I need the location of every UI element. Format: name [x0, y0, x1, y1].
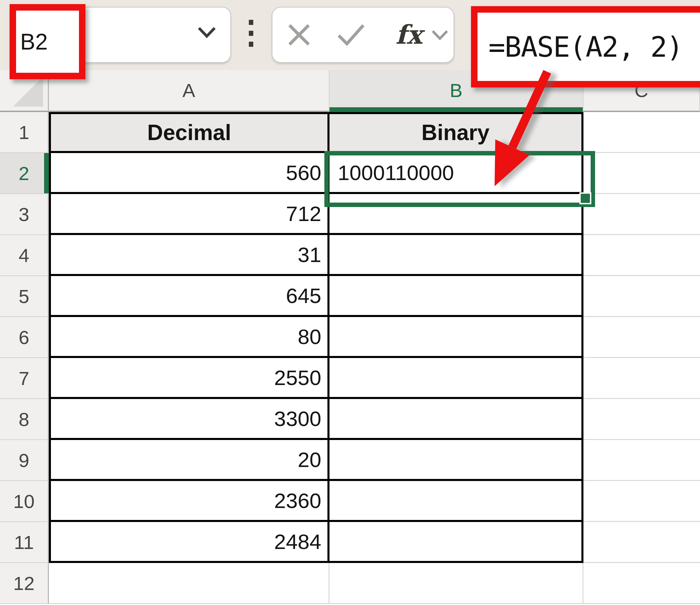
cell-reference[interactable]: B2	[20, 29, 48, 55]
name-box-chevron-down-icon[interactable]	[197, 25, 217, 39]
cell-C6[interactable]	[583, 317, 700, 358]
cell-C5[interactable]	[583, 276, 700, 317]
formula-highlight-box: =BASE(A2, 2)	[471, 6, 700, 87]
column-header-a[interactable]: A	[49, 70, 329, 112]
cell-A10[interactable]: 2360	[49, 481, 329, 522]
cell-C11[interactable]	[583, 522, 700, 563]
cell-B6[interactable]	[329, 317, 583, 358]
row-header-2[interactable]: 2	[0, 153, 49, 194]
row-header-7[interactable]: 7	[0, 358, 49, 399]
cell-B3[interactable]	[329, 194, 583, 235]
cell-B1[interactable]: Binary	[329, 112, 583, 153]
row-header-10[interactable]: 10	[0, 481, 49, 522]
cell-C10[interactable]	[583, 481, 700, 522]
formula-bar-drag-handle-icon[interactable]	[249, 20, 253, 47]
fill-handle[interactable]	[581, 194, 590, 203]
row-header-5[interactable]: 5	[0, 276, 49, 317]
cell-C7[interactable]	[583, 358, 700, 399]
row-header-8[interactable]: 8	[0, 399, 49, 440]
cell-C2[interactable]	[583, 153, 700, 194]
cell-B12[interactable]	[329, 563, 583, 604]
cell-A3[interactable]: 712	[49, 194, 329, 235]
cell-A5[interactable]: 645	[49, 276, 329, 317]
cell-B9[interactable]	[329, 440, 583, 481]
cell-C8[interactable]	[583, 399, 700, 440]
cell-B11[interactable]	[329, 522, 583, 563]
row-header-3[interactable]: 3	[0, 194, 49, 235]
cell-B2[interactable]: 1000110000	[329, 153, 583, 194]
cell-A11[interactable]: 2484	[49, 522, 329, 563]
cell-A9[interactable]: 20	[49, 440, 329, 481]
row-header-6[interactable]: 6	[0, 317, 49, 358]
cell-C4[interactable]	[583, 235, 700, 276]
cell-C1[interactable]	[583, 112, 700, 153]
enter-check-icon[interactable]	[337, 23, 365, 47]
row-header-11[interactable]: 11	[0, 522, 49, 563]
formula-input[interactable]: =BASE(A2, 2)	[488, 31, 683, 63]
cell-B7[interactable]	[329, 358, 583, 399]
cell-A12[interactable]	[49, 563, 329, 604]
cell-C3[interactable]	[583, 194, 700, 235]
cell-C12[interactable]	[583, 563, 700, 604]
spreadsheet-grid: A B C 1 Decimal Binary 2 560 1000110000 …	[0, 70, 700, 604]
cell-A1[interactable]: Decimal	[49, 112, 329, 153]
cell-reference-highlight-box: B2	[10, 4, 85, 79]
excel-window: B2 fx =BASE(A2, 2) A B	[0, 0, 700, 605]
cell-B4[interactable]	[329, 235, 583, 276]
row-header-12[interactable]: 12	[0, 563, 49, 604]
row-header-1[interactable]: 1	[0, 112, 49, 153]
cell-A8[interactable]: 3300	[49, 399, 329, 440]
select-all-triangle-icon	[13, 77, 43, 107]
cell-B10[interactable]	[329, 481, 583, 522]
fx-chevron-down-icon[interactable]	[431, 29, 449, 41]
cell-B5[interactable]	[329, 276, 583, 317]
row-header-9[interactable]: 9	[0, 440, 49, 481]
formula-toolbar: fx	[272, 7, 454, 63]
cell-A2[interactable]: 560	[49, 153, 329, 194]
insert-function-fx-icon[interactable]: fx	[395, 22, 422, 48]
cell-A6[interactable]: 80	[49, 317, 329, 358]
cell-A4[interactable]: 31	[49, 235, 329, 276]
cancel-icon[interactable]	[287, 23, 311, 47]
cell-A7[interactable]: 2550	[49, 358, 329, 399]
cell-B8[interactable]	[329, 399, 583, 440]
cell-C9[interactable]	[583, 440, 700, 481]
row-header-4[interactable]: 4	[0, 235, 49, 276]
formula-bar-area: B2 fx =BASE(A2, 2)	[0, 0, 700, 70]
